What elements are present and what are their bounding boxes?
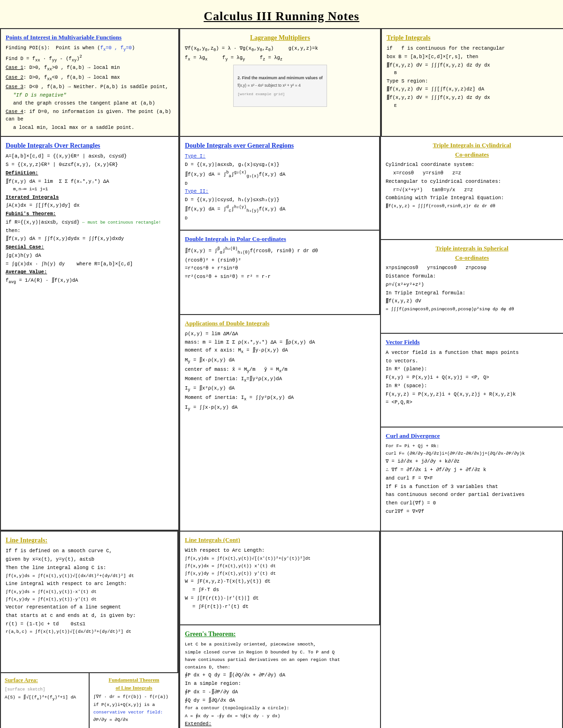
greens-qdy: ∮Q dy = ∬∂Q/∂x dA <box>185 697 375 705</box>
lc-work2: = ∫F·T ds <box>192 586 374 594</box>
triple-line3: ∭f(x,y,z) dV = ∫∫∫f(x,y,z) dz dy dx <box>387 62 558 69</box>
curl-formula: curl F= (∂R/∂y-∂Q/∂z)i+(∂P/∂z-∂R/∂x)j+(∂… <box>386 450 559 457</box>
dr-fubini-then: then: <box>6 227 174 235</box>
ftli-eq2: ∂P/∂y = ∂Q/∂x <box>93 717 175 723</box>
poi-case4: Case 4: if D=0, no information is given.… <box>6 108 174 123</box>
dr-fubini-cond: if R={(x,y)|a≤x≤b, c≤y≤d} ← must be cont… <box>6 219 174 226</box>
triple-e-label: E <box>394 103 558 109</box>
dr-special2: = ∫g(x)dx · ∫h(y) dy where R=[a,b]×[c,d] <box>6 261 174 268</box>
lagrange-example-image: 2. Find the maximum and minimum values o… <box>233 65 327 107</box>
greens-def3: have continuous partial derivatives on a… <box>185 657 375 663</box>
dr-iter-label: Iterated Integrals <box>6 194 174 202</box>
dg-d1-label: D <box>185 180 374 187</box>
section-line-int: Line Integrals: If f is defined on a smo… <box>1 532 178 672</box>
double-polar-title: Double Integrals in Polar Co-ordinates <box>185 234 374 244</box>
page-title: Calculus III Running Notes <box>0 0 563 28</box>
greens-area: A = ∮x dy = -∮y dx = ½∮(x dy - y dx) <box>185 713 375 720</box>
section-surface: Surface Area: [surface sketch] A(S) = ∬√… <box>1 673 90 728</box>
lc-w2: W = ∫[F(r(t))·|r'(t)|] dt <box>185 595 374 602</box>
curl-then: then curl(∇f) = 0 <box>386 500 559 507</box>
li-def3: Then the line integral along C is: <box>6 564 173 572</box>
ftli-title: Fundamental Theoremof Line Integrals <box>93 676 175 691</box>
dg-type2-label: Type II: <box>185 188 374 195</box>
vf-plane-label: In R² (plane): <box>386 366 558 373</box>
vf-plane-eq: F(x,y) = P(x,y)i + Q(x,y)j = <P, Q> <box>386 374 558 382</box>
ftli-conservative: if P(x,y)i+Q(x,y)j is a <box>93 702 175 708</box>
triple-type-s: ∭f(x,y,z) dV = ∫∫[∫f(x,y,z)dz] dA <box>387 86 558 93</box>
li-arc-y: ∫f(x,y)dy = ∫f(x(t),y(t))·y'(t) dt <box>6 596 173 603</box>
section-triple-cyl: Triple Integrals in CylindricalCo-ordina… <box>381 137 563 240</box>
app-center: center of mass: x̄ = My/m ȳ = Mx/m <box>185 366 375 375</box>
dg-type2-def: D = {(x,y)|c≤y≤d, h₁(y)≤x≤h₂(y)} <box>185 196 374 204</box>
lagrange-partials: fx = λgx fy = λgy fz = λgz <box>185 54 375 63</box>
curl-grad: ∴ ∇f = ∂f/∂x i + ∂f/∂y j + ∂f/∂z k <box>386 466 559 474</box>
dr-line1: A=[a,b]×[c,d] = {(x,y)∈R² | a≤x≤b, c≤y≤d… <box>6 153 174 160</box>
dr-fubini-label: Fubini's Theorem: <box>6 210 174 218</box>
section-lagrange: Lagrange Multipliers ∇f(x0,y0,z0) = λ · … <box>179 29 381 137</box>
app-density: ρ(x,y) = lim ΔM/ΔA <box>185 330 375 338</box>
section-apps-double: Applications of Double Integrals ρ(x,y) … <box>180 315 380 432</box>
curl-last: curl∇f = ∇×∇f <box>386 508 559 516</box>
app-my: My = ∬x·ρ(x,y) dA <box>185 357 375 365</box>
li-formula: ∫f(x,y)ds = ∫f(x(t),y(t))√[(dx/dt)²+(dy/… <box>6 573 173 579</box>
lc-arc-label: With respect to Arc Length: <box>185 547 374 555</box>
tcyl-xyz: x=rcosθ y=rsinθ z=z <box>393 170 558 177</box>
poi-line2: Find D = fxx · fyy - (fxy)2 <box>6 54 174 64</box>
tcyl-system: Cylindrical coordinate system: <box>386 161 558 169</box>
curl-if2: has continuous second order partial deri… <box>386 491 559 499</box>
vf-def2: to vectors. <box>386 358 558 365</box>
app-mx: moment of x axis: Mx = ∬y·ρ(x,y) dA <box>185 347 375 355</box>
vf-space-label: In R³ (space): <box>386 383 558 390</box>
section-triple-sph: Triple integrals in SphericalCo-ordinate… <box>381 240 563 334</box>
section-triple: Triple Integrals if f is continuous for … <box>381 29 563 137</box>
lc-dx: ∫f(x,y)dx = ∫f(x(t),y(t)) x'(t) dt <box>185 563 374 570</box>
section-vector-fields: Vector Fields A vector field is a functi… <box>381 334 563 428</box>
lc-dy: ∫f(x,y)dy = ∫f(x(t),y(t)) y'(t) dt <box>185 570 374 577</box>
greens-def2: simple closed curve in Region D bounded … <box>185 649 375 656</box>
triple-title: Triple Integrals <box>387 33 558 43</box>
double-gen-title: Double Integrals over General Regions <box>185 141 374 150</box>
curl-title: Curl and Divergence <box>386 431 559 441</box>
dg-type1-label: Type I: <box>185 153 374 160</box>
dr-limit-label: m,n→∞ i=1 j=1 <box>13 186 174 193</box>
dr-special1: ∫g(x)h(y) dA <box>6 252 174 260</box>
dg-type1-def: D = {(x,y)|a≤x≤b, g₁(x)≤y≤g₂(x)} <box>185 161 374 169</box>
tsph-coords: x=ρsinφcosθ y=sinφcosθ z=ρcosφ <box>386 264 558 272</box>
curl-if: If F is a function of 3 variables that <box>386 483 559 491</box>
ftli-conservative2: conservative vector field: <box>93 709 175 716</box>
app-mass: mass: m = lim Σ Σ ρ(xᵢ*,yᵢ*) ΔA = ∬ρ(x,y… <box>185 339 375 346</box>
section-curl: Curl and Divergence For F= Pi + Qj + Rk:… <box>381 428 563 531</box>
dr-def-label: Definition: <box>6 170 174 177</box>
lc-ds: ∫f(x,y)ds = ∫f(x(t),y(t))√[(x'(t))²+(y'(… <box>185 555 374 562</box>
li-vec-int: r(a,b,c) = ∫f(x(t),y(t))√[(dx/dt)²+(dy/d… <box>6 629 173 635</box>
ftli-eq: ∫∇f · dr = f(r(b)) - f(r(a)) <box>93 694 175 700</box>
lagrange-formula: ∇f(x0,y0,z0) = λ · ∇g(x0,y0,z0) g(x,y,z)… <box>185 45 375 53</box>
dp-deriv2: =r²cos²θ + r²sin²θ <box>185 265 374 272</box>
line-cont-title: Line Integrals (Cont) <box>185 535 374 545</box>
dr-def: ∬f(x,y) dA = lim Σ Σ f(xᵢ*,yⱼ*) ΔA <box>6 178 174 186</box>
dg-type1-int: ∬f(x,y) dA = ∫ba∫g₂(x)g₁(x)f(x,y) dA <box>185 170 374 180</box>
line-int-title: Line Integrals: <box>6 535 173 545</box>
surface-title: Surface Area: <box>5 676 85 684</box>
lc-work: W = ∫F(x,y,z)·T(x(t),y(t)) dt <box>185 578 374 585</box>
tcyl-integral: ∭f(x,y,z) = ∫∫∫f(rcosθ,rsinθ,z)r dz dr d… <box>386 203 558 210</box>
surface-img: [surface sketch] <box>5 687 85 693</box>
dr-avg: favg = 1/A(R) · ∬f(x,y)dA <box>6 277 174 285</box>
tsph-triple: ∭f(x,y,z) dV <box>386 298 558 305</box>
apps-double-title: Applications of Double Integrals <box>185 319 375 328</box>
app-iy: Iy = ∬x²ρ(x,y) dA <box>185 385 375 393</box>
dr-special-label: Special Case: <box>6 244 174 251</box>
tcyl-combo: Combining with Triple Integral Equation: <box>386 195 558 202</box>
greens-simple: In a simple region: <box>185 680 375 688</box>
dg-d2-label: D <box>185 215 374 222</box>
curl-nabla: ∇ = i∂/∂x + j∂/∂y + k∂/∂z <box>386 458 559 465</box>
li-vec-label: Vector representation of a line segment <box>6 604 173 611</box>
app-moment-x: Moment of inertia: Ix = ∫∫y²p(x,y) dA <box>185 394 375 403</box>
tsph-dist: ρ=√(x²+y²+z²) <box>386 281 558 289</box>
li-vec2: that starts at c and ends at d, is given… <box>6 612 173 620</box>
li-arc: Line integral with respect to arc length… <box>6 580 173 588</box>
li-def1: If f is defined on a smooth curve C, <box>6 548 173 555</box>
greens-def4: contains D, then: <box>185 664 375 671</box>
dr-line2: S = {(x,y,z)∈R³ | 0≤z≤f(x,y), (x,y)∈R} <box>6 161 174 169</box>
section-ftli: Fundamental Theoremof Line Integrals ∫∇f… <box>90 673 178 728</box>
